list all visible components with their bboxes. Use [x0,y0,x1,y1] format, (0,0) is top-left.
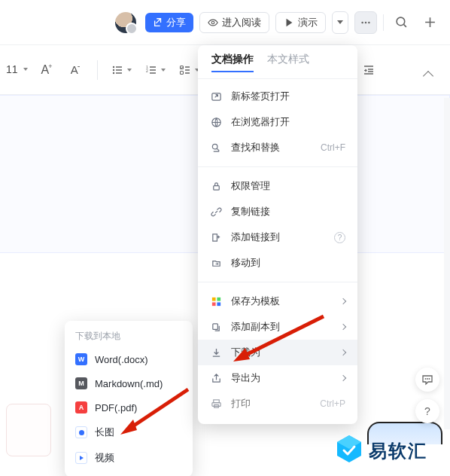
help-button[interactable]: ? [415,399,439,423]
menu-label: 复制链接 [231,205,270,218]
submenu-item-markdown[interactable]: M Markdown(.md) [65,371,193,395]
add-link-icon [210,231,222,243]
menu-item-open-browser[interactable]: 在浏览器打开 [198,109,357,135]
print-icon [210,398,222,410]
numbered-list-button[interactable]: 12 [142,60,169,81]
export-icon [210,372,222,384]
chevron-down-icon [161,69,166,72]
increase-font-button[interactable]: A [37,60,58,81]
svg-point-29 [425,378,427,380]
find-icon [210,142,222,154]
svg-point-4 [397,17,405,26]
svg-rect-16 [213,185,219,190]
submenu-item-pdf[interactable]: A PDF(.pdf) [65,395,193,420]
menu-item-copy-link[interactable]: 复制链接 [198,199,357,224]
logo-icon [334,434,364,468]
chevron-right-icon [340,324,346,330]
more-button[interactable] [354,11,377,34]
video-icon [75,452,87,464]
svg-point-2 [365,21,366,23]
ellipsis-icon [360,17,371,28]
share-label: 分享 [166,16,186,29]
menu-item-find-replace[interactable]: 查找和替换 Ctrl+F [198,135,357,160]
svg-point-6 [112,69,114,70]
menu-item-export-as[interactable]: 导出为 [198,365,357,391]
chevron-down-icon [337,20,343,24]
menu-item-permissions[interactable]: 权限管理 [198,173,357,199]
bullet-list-button[interactable] [108,60,135,81]
menu-item-add-copy[interactable]: 添加副本到 [198,314,357,340]
svg-point-15 [212,144,217,149]
new-tab-icon [210,90,222,102]
menu-label: 添加链接到 [231,230,280,244]
svg-rect-19 [211,302,215,306]
share-icon [153,17,163,28]
submenu-item-word[interactable]: W Word(.docx) [65,347,193,371]
menu-item-save-template[interactable]: 保存为模板 [198,288,357,314]
word-icon: W [75,353,87,365]
decrease-font-button[interactable]: A [65,60,87,81]
menu-label: 查找和替换 [231,141,280,154]
svg-point-1 [361,21,363,23]
tab-doc-operations[interactable]: 文档操作 [211,53,254,72]
menu-item-new-tab[interactable]: 新标签页打开 [198,84,357,109]
image-icon [75,426,87,438]
eye-icon [208,17,218,28]
svg-point-0 [211,21,214,24]
read-mode-button[interactable]: 进入阅读 [199,12,269,33]
font-size-selector[interactable]: 11 [5,61,29,78]
menu-label: 在浏览器打开 [231,115,290,129]
share-button[interactable]: 分享 [145,13,193,32]
present-dropdown-button[interactable] [332,11,348,34]
download-submenu: 下载到本地 W Word(.docx) M Markdown(.md) A PD… [65,321,193,476]
menu-item-move-to[interactable]: 移动到 [198,250,357,276]
menu-shortcut: Ctrl+F [321,142,345,153]
menu-item-download-as[interactable]: 下载为 [198,340,357,365]
add-button[interactable] [418,11,441,34]
svg-point-7 [112,72,114,73]
menu-label: 添加副本到 [231,320,280,334]
submenu-title: 下载到本地 [65,327,193,347]
collapse-panel-button[interactable] [424,72,439,80]
chevron-down-icon [127,69,132,72]
watermark: 易软汇 [334,434,427,468]
submenu-label: 长图 [95,426,114,439]
menu-label: 保存为模板 [231,294,280,308]
chevron-right-icon [340,298,346,304]
menu-item-print[interactable]: 打印 Ctrl+P [198,391,357,416]
submenu-item-video[interactable]: 视频 [65,445,193,471]
copy-icon [210,321,222,333]
search-icon [395,16,408,29]
svg-point-30 [427,378,428,380]
menu-item-add-link-to[interactable]: 添加链接到 ? [198,224,357,250]
markdown-icon: M [75,377,87,389]
avatar[interactable] [115,12,136,33]
present-button[interactable]: 演示 [275,12,326,33]
present-label: 演示 [298,16,318,29]
submenu-label: Word(.docx) [95,354,148,365]
submenu-item-long-image[interactable]: 长图 [65,420,193,445]
help-icon[interactable]: ? [334,232,345,243]
chevron-right-icon [340,375,346,381]
menu-tabs: 文档操作 本文样式 [198,53,357,79]
svg-text:2: 2 [146,69,148,73]
bullet-list-icon [111,64,123,76]
svg-rect-11 [180,71,183,74]
scrollbar-track[interactable] [444,98,450,429]
floating-buttons: ? [415,368,439,423]
menu-shortcut: Ctrl+P [320,398,345,409]
tab-text-styles[interactable]: 本文样式 [267,53,309,72]
chat-icon [421,374,433,386]
svg-point-31 [429,378,430,380]
read-mode-label: 进入阅读 [222,16,261,29]
indent-button[interactable] [358,60,379,81]
menu-label: 新标签页打开 [231,90,290,103]
globe-icon [210,116,222,128]
chevron-down-icon [23,68,28,71]
search-button[interactable] [390,11,412,34]
feedback-button[interactable] [415,368,439,392]
svg-rect-20 [217,302,220,306]
plus-icon [424,16,436,29]
download-icon [210,346,222,359]
svg-point-3 [368,21,369,23]
